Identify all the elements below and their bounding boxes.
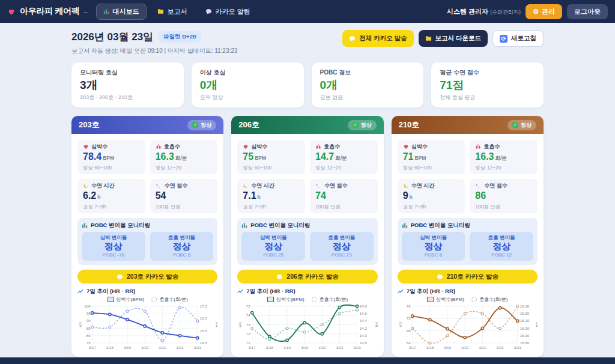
heart-rate-tile: 심박수 75BPM 정상 60~100	[237, 140, 305, 174]
bar-chart-icon	[241, 222, 247, 228]
hrv-box: 심박 변이율 정상 POBC 25	[241, 232, 305, 261]
chart-legend: 심박수(BPM) 호흡수(회/분)	[398, 296, 538, 303]
svg-text:64: 64	[406, 341, 410, 345]
svg-text:16.5: 16.5	[200, 316, 208, 320]
nav-right: 시스템 관리자 (슈퍼관리자) ⚙ 관리 로그아웃	[447, 4, 608, 19]
svg-text:14.6: 14.6	[360, 311, 368, 315]
page-header: 2026년 03월 23일 파일럿 D+20 보고서 자동 생성: 매일 오전 …	[71, 30, 544, 55]
svg-text:68: 68	[406, 329, 410, 333]
svg-text:3/17: 3/17	[89, 345, 97, 350]
status-badge: ✓ 정상	[348, 120, 377, 130]
kakao-send-button[interactable]: 203호 카카오 발송	[77, 270, 217, 284]
svg-text:3/18: 3/18	[106, 345, 114, 350]
svg-text:75: 75	[246, 304, 250, 308]
svg-text:3/21: 3/21	[479, 345, 486, 350]
check-icon: ✓	[353, 122, 359, 128]
vitals-grid: 심박수 71BPM 정상 60~100 호흡수 16.3회/분 정상 12~20…	[398, 140, 538, 213]
svg-text:3/20: 3/20	[141, 345, 149, 350]
svg-text:HR: HR	[398, 322, 402, 327]
sleep-score-tile: zz수면 점수 54 100점 만점	[150, 179, 218, 213]
lungs-icon	[315, 144, 321, 150]
room-card-210: 210호 ✓ 정상 심박수 71BPM 정상 60~100	[392, 116, 544, 357]
svg-text:3/17: 3/17	[408, 345, 416, 350]
svg-text:72: 72	[246, 332, 250, 336]
refresh-icon: ⟳	[500, 35, 507, 43]
svg-text:3/22: 3/22	[496, 345, 504, 350]
logout-button[interactable]: 로그아웃	[567, 4, 608, 19]
moon-icon	[243, 183, 249, 189]
tab-dashboard[interactable]: 대시보드	[96, 4, 147, 20]
main-content: 2026년 03월 23일 파일럿 D+20 보고서 자동 생성: 매일 오전 …	[0, 23, 615, 357]
speech-bubble-icon	[117, 274, 123, 280]
tab-kakao-alerts[interactable]: 카카오 알림	[198, 4, 258, 20]
svg-text:3/22: 3/22	[336, 345, 344, 350]
moon-icon	[403, 183, 409, 189]
kpi-monitored-rooms: 모니터링 호실 3개 203호 · 206호 · 210호	[71, 62, 184, 108]
svg-text:3/19: 3/19	[283, 345, 291, 350]
status-badge: ✓ 정상	[187, 120, 216, 130]
refresh-button[interactable]: ⟳ 새로고침	[492, 30, 544, 47]
top-nav: 아우라피 케어팩 – 대시보드 보고서 카카오 알림	[0, 0, 615, 23]
svg-text:16.10: 16.10	[520, 318, 529, 323]
send-all-kakao-button[interactable]: 전체 카카오 발송	[342, 30, 413, 47]
user-name: 시스템 관리자 (슈퍼관리자)	[447, 7, 521, 16]
line-chart: 3/173/183/193/203/213/223/23717273747513…	[237, 304, 377, 351]
rr-legend-swatch	[151, 297, 157, 302]
rrv-box: 호흡 변이율 정상 POBC 12	[470, 232, 533, 261]
sleep-time-tile: 수면 시간 7.1h 권장 7~9h	[237, 179, 305, 213]
heart-icon	[83, 144, 89, 150]
status-badge: ✓ 정상	[507, 120, 536, 130]
rr-legend-swatch	[471, 297, 477, 302]
pobc-panel: POBC 변이율 모니터링 심박 변이율 정상 POBC 25 호흡 변이율 정…	[237, 218, 377, 265]
tab-reports[interactable]: 보고서	[150, 4, 195, 20]
speech-bubble-icon	[276, 274, 283, 280]
svg-text:z: z	[159, 186, 160, 189]
room-card-header: 206호 ✓ 정상	[231, 116, 383, 134]
svg-text:90: 90	[86, 318, 91, 323]
svg-text:3/19: 3/19	[444, 345, 452, 350]
trend-chart-block: 7일 추이 (HR · RR) 심박수(BPM) 호흡수(회/분) 3/173/…	[77, 288, 217, 351]
chart-legend: 심박수(BPM) 호흡수(회/분)	[237, 296, 377, 303]
svg-text:76: 76	[406, 304, 410, 308]
room-card-203: 203호 ✓ 정상 심박수 78.4BPM 정상 60~100	[71, 116, 223, 357]
rrv-box: 호흡 변이율 정상 POBC 5	[150, 232, 214, 261]
svg-text:RR: RR	[375, 322, 378, 327]
respiration-tile: 호흡수 14.7회/분 정상 12~20	[310, 140, 378, 174]
kakao-send-button[interactable]: 210호 카카오 발송	[398, 270, 538, 284]
svg-text:3/18: 3/18	[426, 345, 434, 350]
kpi-row: 모니터링 호실 3개 203호 · 206호 · 210호 이상 호실 0개 모…	[71, 62, 544, 108]
room-card-header: 210호 ✓ 정상	[392, 116, 544, 134]
hrv-box: 심박 변이율 정상 POBC -78	[82, 232, 145, 261]
svg-text:75: 75	[86, 341, 91, 345]
svg-text:3/23: 3/23	[514, 345, 521, 350]
svg-text:14.4: 14.4	[360, 318, 368, 323]
rrv-box: 호흡 변이율 정상 POBC 23	[310, 232, 374, 261]
pilot-badge: 파일럿 D+20	[158, 31, 201, 43]
tab-reports-label: 보고서	[168, 7, 187, 16]
svg-text:16.30: 16.30	[520, 304, 529, 308]
brand-separator: –	[84, 8, 88, 15]
heart-rate-tile: 심박수 71BPM 정상 60~100	[398, 140, 465, 174]
check-icon: ✓	[512, 122, 518, 128]
svg-text:3/20: 3/20	[461, 345, 469, 350]
sleep-zzz-icon: zz	[156, 183, 162, 189]
svg-text:15.80: 15.80	[520, 341, 529, 345]
svg-text:3/23: 3/23	[194, 345, 202, 350]
bottom-bar	[0, 357, 615, 364]
trend-icon	[77, 288, 83, 294]
respiration-tile: 호흡수 16.3회/분 정상 12~20	[150, 140, 218, 174]
speech-bubble-icon	[437, 274, 443, 280]
heart-rate-tile: 심박수 78.4BPM 정상 60~100	[77, 140, 145, 174]
svg-text:z: z	[318, 186, 320, 189]
manage-button[interactable]: ⚙ 관리	[526, 4, 562, 19]
svg-text:14.0: 14.0	[360, 333, 368, 338]
svg-text:3/18: 3/18	[266, 345, 274, 350]
svg-text:3/21: 3/21	[159, 345, 166, 350]
hr-legend-swatch	[427, 297, 434, 302]
room-card-206: 206호 ✓ 정상 심박수 75BPM 정상 60~100	[231, 116, 383, 357]
sleep-zzz-icon: zz	[475, 183, 482, 189]
svg-text:z: z	[156, 183, 158, 187]
download-report-button[interactable]: 보고서 다운로드	[419, 30, 488, 47]
trend-chart-block: 7일 추이 (HR · RR) 심박수(BPM) 호흡수(회/분) 3/173/…	[237, 288, 377, 351]
kakao-send-button[interactable]: 206호 카카오 발송	[237, 270, 377, 284]
